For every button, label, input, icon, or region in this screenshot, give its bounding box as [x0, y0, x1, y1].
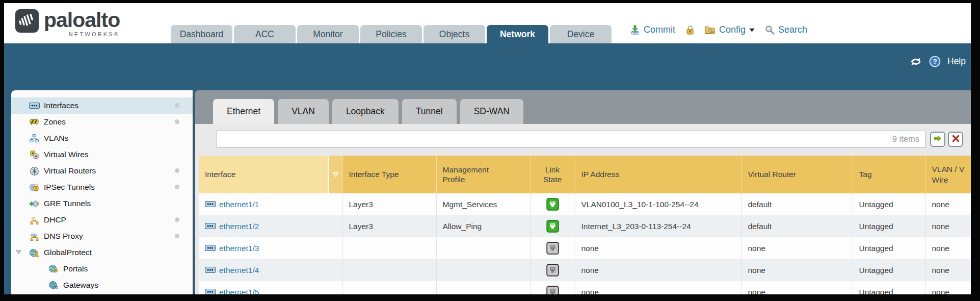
column-header-virtual-router[interactable]: Virtual Router: [741, 156, 853, 193]
sidebar-item-virtual-routers[interactable]: Virtual Routers: [11, 163, 193, 179]
virtual-wires-icon: [29, 150, 40, 159]
clear-filter-button[interactable]: [948, 132, 963, 147]
interface-type-cell: Layer3: [342, 215, 436, 237]
vlan-virtual-wire-cell: none: [925, 215, 971, 237]
tab-objects[interactable]: Objects: [423, 25, 485, 43]
go-arrow-icon: [934, 135, 942, 144]
tab-policies[interactable]: Policies: [360, 25, 422, 43]
ip-address-cell: none: [575, 281, 741, 294]
apply-filter-button[interactable]: [930, 132, 945, 147]
paloalto-logo: paloalto NETWORKS®: [15, 9, 120, 37]
management-profile-cell: [436, 259, 530, 281]
interface-cell: ethernet1/5: [199, 281, 342, 294]
sidebar-item-label: DHCP: [44, 215, 66, 224]
portals-icon: [48, 265, 59, 273]
dns-proxy-icon: DNS: [29, 232, 40, 241]
refresh-icon[interactable]: [909, 57, 922, 66]
ip-address-cell: none: [575, 259, 741, 281]
tag-cell: Untagged: [853, 193, 925, 215]
sidebar-item-portals[interactable]: Portals: [11, 261, 193, 277]
interface-cell: ethernet1/2: [199, 215, 342, 237]
caret-down-icon[interactable]: [749, 28, 755, 32]
commit-button[interactable]: Commit: [644, 24, 675, 35]
vlan-virtual-wire-cell: none: [925, 237, 971, 259]
tab-acc[interactable]: ACC: [234, 25, 296, 43]
column-header-management-profile[interactable]: Management Profile: [436, 156, 530, 193]
sidebar-item-vlans[interactable]: VLANs: [11, 130, 193, 146]
brand-sub: NETWORKS®: [69, 31, 120, 37]
interface-type-tabs: EthernetVLANLoopbackTunnelSD-WAN: [213, 99, 523, 124]
ipsec-tunnels-icon: [29, 183, 40, 191]
tab-dashboard[interactable]: Dashboard: [171, 25, 232, 43]
config-button[interactable]: Config: [719, 24, 746, 35]
help-icon[interactable]: ?: [929, 56, 941, 67]
search-icon[interactable]: [765, 25, 775, 35]
commit-icon[interactable]: [630, 25, 640, 35]
sidebar-item-label: Zones: [44, 117, 66, 127]
table-row: ethernet1/1Layer3Mgmt_ServicesVLAN0100_L…: [199, 193, 971, 215]
item-dot: [175, 119, 179, 124]
paloalto-logo-text: paloalto NETWORKS®: [44, 9, 120, 37]
sidebar-item-globalprotect[interactable]: GlobalProtect: [11, 244, 193, 261]
ip-address-cell: VLAN0100_L3_10-1-100-254--24: [575, 193, 741, 215]
interface-link[interactable]: ethernet1/1: [219, 200, 259, 209]
gre-tunnels-icon: [29, 200, 40, 208]
link-down-icon: [546, 286, 559, 294]
sidebar-item-virtual-wires[interactable]: Virtual Wires: [11, 146, 193, 163]
interfaces-icon: [205, 200, 216, 209]
item-dot: [175, 185, 179, 189]
sidebar-item-label: DNS Proxy: [44, 232, 83, 241]
interface-type-cell: [342, 259, 436, 281]
tag-cell: Untagged: [853, 215, 925, 237]
interface-link[interactable]: ethernet1/3: [219, 244, 259, 253]
filter-input[interactable]: [217, 131, 925, 147]
tab-network[interactable]: Network: [487, 25, 548, 43]
svg-text:DNS: DNS: [31, 233, 37, 236]
link-state-cell: [530, 259, 575, 281]
tab-device[interactable]: Device: [550, 25, 612, 43]
column-header-tag[interactable]: Tag: [853, 156, 925, 193]
config-icon[interactable]: [705, 25, 716, 35]
subtab-sd-wan[interactable]: SD-WAN: [460, 99, 523, 124]
interface-type-cell: [342, 237, 436, 259]
utility-bar: Commit Config Search: [630, 24, 807, 35]
column-header-vlan-virtual-wire[interactable]: VLAN / V Wire: [925, 156, 971, 193]
sidebar-item-gateways[interactable]: Gateways: [11, 277, 193, 293]
sidebar-item-dhcp[interactable]: IPDHCP: [11, 212, 193, 228]
link-down-icon: [546, 264, 559, 277]
sidebar-item-ipsec-tunnels[interactable]: IPSec Tunnels: [11, 179, 193, 195]
column-header-link-state[interactable]: Link State: [530, 156, 575, 193]
sidebar-item-label: GRE Tunnels: [44, 199, 91, 208]
subtab-tunnel[interactable]: Tunnel: [402, 99, 457, 124]
sidebar-item-label: Gateways: [63, 281, 98, 290]
column-header-ip-address[interactable]: IP Address: [575, 156, 741, 193]
interfaces-icon: [29, 103, 40, 109]
column-header-interface-type[interactable]: Interface Type: [342, 156, 436, 193]
tab-monitor[interactable]: Monitor: [297, 25, 359, 43]
interface-link[interactable]: ethernet1/5: [219, 288, 259, 295]
column-header-interface[interactable]: Interface: [199, 156, 328, 193]
tag-cell: Untagged: [853, 281, 925, 294]
subtab-loopback[interactable]: Loopback: [332, 99, 399, 124]
interfaces-icon: [205, 288, 216, 295]
sidebar-item-gre-tunnels[interactable]: GRE Tunnels: [11, 195, 193, 212]
interfaces-icon: [205, 266, 216, 275]
sidebar-item-dns-proxy[interactable]: DNSDNS Proxy: [11, 228, 193, 244]
lock-icon[interactable]: [685, 25, 695, 35]
sidebar-item-interfaces[interactable]: Interfaces: [11, 97, 193, 114]
interface-cell: ethernet1/3: [199, 237, 342, 259]
search-button[interactable]: Search: [778, 24, 807, 35]
interface-link[interactable]: ethernet1/2: [219, 222, 259, 231]
link-state-cell: [530, 281, 575, 294]
table-row: ethernet1/5nonenoneUntaggednone: [199, 281, 971, 294]
sub-header-bar: ? Help: [4, 43, 971, 90]
sort-dropdown-cell[interactable]: [328, 156, 342, 193]
main-nav-tabs: DashboardACCMonitorPoliciesObjectsNetwor…: [171, 25, 612, 43]
management-profile-cell: Allow_Ping: [436, 215, 530, 237]
subtab-vlan[interactable]: VLAN: [278, 99, 329, 124]
expander-down-icon[interactable]: [16, 250, 21, 255]
interface-link[interactable]: ethernet1/4: [219, 266, 259, 275]
subtab-ethernet[interactable]: Ethernet: [213, 99, 274, 124]
sidebar-item-zones[interactable]: Zones: [11, 114, 193, 130]
help-link[interactable]: Help: [947, 56, 966, 67]
